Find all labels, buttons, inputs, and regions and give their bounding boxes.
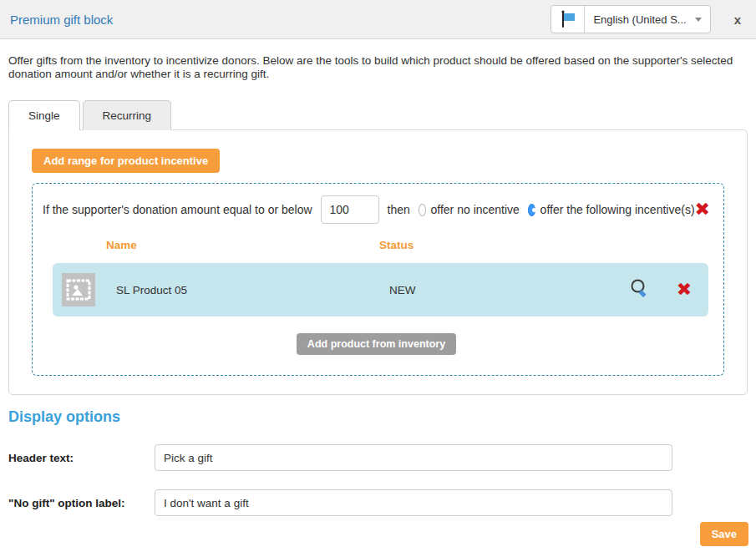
delete-product-icon[interactable]: ✖	[677, 281, 692, 299]
add-product-button[interactable]: Add product from inventory	[297, 333, 456, 355]
range-block: If the supporter's donation amount equal…	[32, 183, 724, 376]
language-selector-value: English (United S...	[593, 13, 686, 26]
single-tab-panel: Add range for product incentive If the s…	[8, 129, 748, 395]
radio-no-incentive-label: offer no incentive	[431, 203, 520, 216]
header-text-field-row: Header text:	[8, 444, 748, 471]
radio-offer-incentives-label: offer the following incentive(s)	[540, 203, 695, 216]
tab-bar: Single Recurring	[8, 100, 748, 129]
language-selector[interactable]: English (United S...	[551, 5, 710, 33]
product-name: SL Product 05	[116, 284, 389, 296]
preview-magnifier-icon[interactable]	[629, 278, 651, 302]
range-condition-row: If the supporter's donation amount equal…	[43, 195, 710, 224]
product-status: NEW	[389, 284, 620, 296]
amount-input[interactable]	[321, 195, 379, 224]
tab-recurring[interactable]: Recurring	[83, 100, 172, 130]
modal-title: Premium gift block	[10, 13, 113, 27]
flag-icon	[551, 6, 585, 33]
no-gift-field-row: "No gift" option label:	[8, 489, 748, 516]
description-text: Offer gifts from the inventory to incent…	[8, 54, 748, 80]
header-text-input[interactable]	[155, 444, 672, 471]
table-row: SL Product 05 NEW ✖	[53, 263, 708, 317]
radio-offer-incentives[interactable]	[528, 204, 535, 216]
close-button[interactable]: x	[729, 13, 746, 27]
header-text-label: Header text:	[8, 452, 155, 464]
column-header-status: Status	[379, 239, 622, 251]
chevron-down-icon	[695, 18, 702, 22]
no-gift-option-label: "No gift" option label:	[8, 497, 155, 509]
product-image-placeholder-icon	[62, 273, 95, 306]
column-header-name: Name	[106, 239, 379, 251]
modal-header: Premium gift block English (United S... …	[0, 0, 756, 39]
display-options-heading: Display options	[8, 408, 748, 426]
delete-range-icon[interactable]: ✖	[695, 200, 710, 219]
tab-single[interactable]: Single	[8, 100, 80, 130]
product-table-header: Name Status	[43, 239, 710, 251]
radio-no-incentive[interactable]	[419, 204, 426, 216]
save-button[interactable]: Save	[700, 522, 748, 546]
condition-then-text: then	[388, 203, 410, 216]
add-range-button[interactable]: Add range for product incentive	[32, 149, 220, 173]
no-gift-option-input[interactable]	[155, 489, 672, 516]
condition-prefix-text: If the supporter's donation amount equal…	[43, 203, 312, 216]
